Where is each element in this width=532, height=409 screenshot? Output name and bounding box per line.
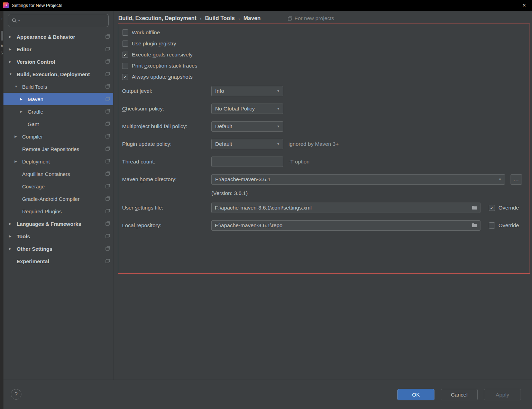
search-box[interactable]: ▾ bbox=[8, 14, 109, 27]
checkbox-label: Always update snapshots bbox=[132, 74, 193, 80]
sidebar-item-required-plugins[interactable]: Required Plugins bbox=[3, 205, 113, 217]
checkbox-box[interactable]: ✓ bbox=[122, 52, 128, 58]
checkbox-label: Execute goals recursively bbox=[132, 52, 193, 58]
chevron-right-icon[interactable]: ▶ bbox=[8, 35, 15, 38]
chevron-down-icon: ▼ bbox=[277, 107, 280, 110]
chevron-right-icon[interactable]: ▶ bbox=[8, 247, 15, 250]
chevron-right-icon[interactable]: ▶ bbox=[8, 60, 15, 63]
sidebar-item-label: Appearance & Behavior bbox=[17, 34, 75, 40]
checkbox-always-update-snapshots[interactable]: ✓Always update snapshots bbox=[122, 71, 530, 82]
checkbox-box[interactable] bbox=[122, 41, 128, 47]
override-checkbox[interactable]: ✓Override bbox=[489, 205, 519, 211]
checkbox-use-plugin-registry[interactable]: Use plugin registry bbox=[122, 38, 530, 49]
checkbox-box[interactable]: ✓ bbox=[489, 205, 495, 211]
checkbox-print-exception-stack-traces[interactable]: Print exception stack traces bbox=[122, 60, 530, 71]
chevron-right-icon[interactable]: ▶ bbox=[8, 234, 15, 238]
sidebar-item-gant[interactable]: Gant bbox=[3, 118, 113, 130]
sidebar-item-other-settings[interactable]: ▶Other Settings bbox=[3, 242, 113, 255]
chevron-down-icon[interactable]: ▼ bbox=[14, 85, 21, 88]
maven-form: Output level:Info▼Checksum policy:No Glo… bbox=[122, 86, 530, 231]
checkbox-work-offline[interactable]: Work offline bbox=[122, 27, 530, 38]
content: Build, Execution, Deployment›Build Tools… bbox=[114, 11, 532, 380]
ok-button[interactable]: OK bbox=[397, 389, 434, 400]
checkbox-box[interactable]: ✓ bbox=[122, 74, 128, 80]
local-repository-input[interactable] bbox=[211, 220, 480, 231]
dropdown-value: Default bbox=[215, 123, 232, 130]
search-input[interactable] bbox=[21, 18, 105, 24]
checkbox-box[interactable] bbox=[489, 222, 495, 229]
edge-glyph: E bbox=[0, 44, 3, 47]
for-new-projects-icon bbox=[106, 97, 110, 101]
chevron-right-icon[interactable]: ▶ bbox=[8, 222, 15, 225]
browse-button[interactable]: ... bbox=[511, 174, 522, 185]
user-settings-file-input[interactable] bbox=[211, 203, 480, 213]
sidebar-item-languages-frameworks[interactable]: ▶Languages & Frameworks bbox=[3, 217, 113, 230]
override-label: Override bbox=[498, 205, 519, 211]
close-button[interactable]: ✕ bbox=[516, 0, 532, 11]
sidebar-item-remote-jar-repositories[interactable]: Remote Jar Repositories bbox=[3, 143, 113, 155]
breadcrumb-item-build-tools[interactable]: Build Tools bbox=[205, 15, 235, 21]
for-new-projects-icon bbox=[106, 109, 110, 114]
sidebar-item-label: Compiler bbox=[22, 134, 43, 140]
sidebar-item-label: Tools bbox=[17, 233, 30, 239]
title-bar: IJ Settings for New Projects ✕ bbox=[0, 0, 532, 11]
sidebar-item-version-control[interactable]: ▶Version Control bbox=[3, 55, 113, 68]
thread-count-input[interactable] bbox=[211, 157, 283, 167]
chevron-right-icon[interactable]: ▶ bbox=[14, 160, 21, 163]
sidebar-item-coverage[interactable]: Coverage bbox=[3, 180, 113, 193]
sidebar-item-deployment[interactable]: ▶Deployment bbox=[3, 155, 113, 168]
checkbox-execute-goals-recursively[interactable]: ✓Execute goals recursively bbox=[122, 49, 530, 60]
checksum-policy-dropdown[interactable]: No Global Policy▼ bbox=[211, 104, 283, 114]
breadcrumb-separator: › bbox=[200, 16, 202, 21]
for-new-projects-icon bbox=[106, 159, 110, 163]
for-new-projects-icon bbox=[106, 209, 110, 213]
sidebar-item-editor[interactable]: ▶Editor bbox=[3, 43, 113, 55]
search-history-arrow-icon[interactable]: ▾ bbox=[18, 19, 20, 22]
chevron-right-icon[interactable]: ▶ bbox=[14, 135, 21, 138]
checkbox-box[interactable] bbox=[122, 63, 128, 69]
chevron-right-icon[interactable]: ▶ bbox=[19, 97, 26, 101]
edge-glyph: › bbox=[0, 17, 3, 20]
help-button[interactable]: ? bbox=[11, 389, 21, 400]
sidebar-item-maven[interactable]: ▶Maven bbox=[3, 93, 113, 105]
sidebar-item-tools[interactable]: ▶Tools bbox=[3, 230, 113, 242]
output-level-dropdown[interactable]: Info▼ bbox=[211, 86, 283, 96]
for-new-projects-icon bbox=[106, 196, 110, 201]
sidebar-item-experimental[interactable]: Experimental bbox=[3, 255, 113, 267]
plugin-update-policy-dropdown[interactable]: Default▼ bbox=[211, 139, 283, 149]
local-repository-field bbox=[211, 220, 480, 231]
apply-button[interactable]: Apply bbox=[484, 389, 521, 400]
sidebar-item-arquillian-containers[interactable]: Arquillian Containers bbox=[3, 168, 113, 180]
chevron-right-icon[interactable]: ▶ bbox=[8, 47, 15, 51]
override-checkbox[interactable]: Override bbox=[489, 222, 519, 229]
window-title: Settings for New Projects bbox=[12, 3, 62, 8]
sidebar-item-label: Other Settings bbox=[17, 246, 52, 252]
sidebar-item-label: Experimental bbox=[17, 258, 49, 264]
checkbox-label: Work offline bbox=[132, 29, 160, 36]
maven-home-directory-combo[interactable]: F:/apache-maven-3.6.1▼ bbox=[211, 174, 505, 185]
sidebar-item-label: Gradle-Android Compiler bbox=[22, 196, 80, 202]
chevron-down-icon[interactable]: ▼ bbox=[8, 72, 15, 76]
sidebar-item-gradle-android-compiler[interactable]: Gradle-Android Compiler bbox=[3, 193, 113, 205]
folder-icon[interactable] bbox=[472, 205, 477, 210]
field-note: -T option bbox=[288, 159, 310, 165]
combo-value: F:/apache-maven-3.6.1 bbox=[215, 176, 270, 183]
breadcrumb-item-build-execution-deployment[interactable]: Build, Execution, Deployment bbox=[118, 15, 196, 21]
cancel-button[interactable]: Cancel bbox=[441, 389, 478, 400]
folder-icon[interactable] bbox=[472, 223, 477, 228]
chevron-down-icon: ▼ bbox=[498, 178, 502, 181]
chevron-right-icon[interactable]: ▶ bbox=[19, 110, 26, 113]
scrollbar-thumb[interactable] bbox=[1, 31, 3, 41]
sidebar-item-build-tools[interactable]: ▼Build Tools bbox=[3, 80, 113, 93]
sidebar-item-gradle[interactable]: ▶Gradle bbox=[3, 105, 113, 118]
sidebar-item-compiler[interactable]: ▶Compiler bbox=[3, 130, 113, 143]
checkbox-box[interactable] bbox=[122, 29, 128, 36]
sidebar-item-appearance-behavior[interactable]: ▶Appearance & Behavior bbox=[3, 30, 113, 43]
sidebar-item-label: Build, Execution, Deployment bbox=[17, 71, 90, 77]
field-note: ignored by Maven 3+ bbox=[288, 141, 339, 147]
sidebar-item-build-execution-deployment[interactable]: ▼Build, Execution, Deployment bbox=[3, 68, 113, 80]
for-new-projects-text: For new projects bbox=[295, 15, 334, 21]
breadcrumb-item-maven[interactable]: Maven bbox=[244, 15, 261, 21]
form-row-checksum-policy: Checksum policy:No Global Policy▼ bbox=[122, 104, 530, 114]
multiproject-build-fail-policy-dropdown[interactable]: Default▼ bbox=[211, 121, 283, 132]
